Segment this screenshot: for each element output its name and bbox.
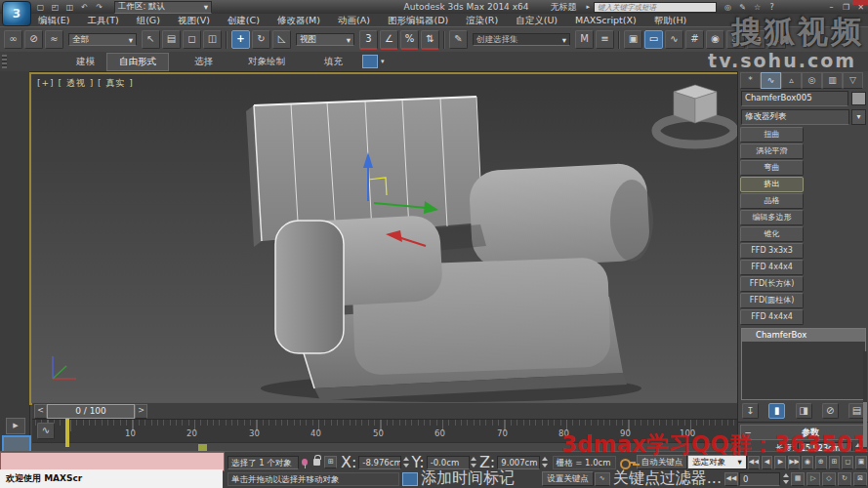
maximize-viewport-icon[interactable]: ⊠ (853, 472, 867, 486)
modifier-list-caret[interactable]: ▾ (851, 109, 866, 125)
z-spinner[interactable] (541, 456, 548, 468)
edit-named-sets-icon[interactable]: ✎ (449, 30, 468, 49)
search-input[interactable]: 键入关键字或短语 (594, 2, 717, 13)
stack-item-chamferbox[interactable]: ChamferBox (742, 329, 865, 342)
menu-tools[interactable]: 工具(T) (78, 14, 127, 26)
menu-customize[interactable]: 自定义(U) (507, 14, 566, 26)
curve-editor-icon[interactable]: ∿ (665, 30, 683, 49)
remove-modifier-icon[interactable]: ⊘ (822, 403, 839, 419)
undo-icon[interactable]: ↶ (78, 2, 91, 13)
mod-turbosmooth-button[interactable]: 涡轮平滑 (740, 143, 804, 159)
tab-create-icon[interactable]: * (740, 72, 761, 89)
rectangular-region-icon[interactable]: ◻ (183, 30, 201, 49)
tab-object-paint[interactable]: 对象绘制 (236, 54, 297, 70)
current-frame-field[interactable]: 0 (739, 472, 780, 486)
selection-filter-dropdown[interactable]: 全部 ▾ (68, 33, 137, 46)
pan-view-icon[interactable]: ◇ (822, 472, 836, 486)
minimize-button[interactable]: – (825, 2, 838, 13)
mod-editpoly-button[interactable]: 编辑多边形 (740, 210, 804, 225)
isolate-selection-icon[interactable]: ▦ (791, 472, 805, 486)
time-slider-handle[interactable]: 0 / 100 (47, 404, 135, 419)
mod-ffd444-button[interactable]: FFD 4x4x4 (740, 260, 804, 275)
max-logo-button[interactable]: 3 (2, 1, 31, 26)
menu-help[interactable]: 帮助(H) (645, 14, 696, 26)
viewcube[interactable] (656, 85, 734, 144)
mod-bend-button[interactable]: 弯曲 (740, 160, 804, 176)
tab-hierarchy-icon[interactable]: ▵ (781, 72, 802, 89)
key-filters-button[interactable]: 关键点过滤器... (613, 468, 722, 488)
workspace-dropdown[interactable]: 工作区: 默认 ▾ (114, 1, 212, 14)
menu-create[interactable]: 创建(C) (219, 14, 269, 26)
arrow-right-icon[interactable]: ▸ (586, 3, 590, 11)
pin-stack-icon[interactable]: ↧ (742, 403, 759, 419)
menu-modifiers[interactable]: 修改器(M) (269, 14, 329, 26)
select-scale-icon[interactable]: ◺ (272, 30, 291, 49)
select-by-name-icon[interactable]: ▤ (162, 30, 181, 49)
named-selection-sets-dropdown[interactable]: 创建选择集 ▾ (473, 33, 570, 46)
current-frame-marker[interactable] (65, 419, 69, 447)
maximize-button[interactable]: ❐ (840, 2, 852, 13)
snap-toggle-icon[interactable]: 3 (359, 30, 378, 50)
menu-maxscript[interactable]: MAXScript(X) (566, 14, 645, 26)
help-icon[interactable]: ? (765, 2, 778, 13)
ribbon-grip[interactable] (2, 55, 7, 68)
orbit-icon[interactable]: ↻ (838, 472, 851, 486)
graphite-ribbon-icon[interactable]: ▭ (644, 30, 663, 49)
angle-snap-icon[interactable]: ∠ (380, 30, 398, 50)
select-move-icon[interactable]: + (231, 30, 250, 49)
menu-edit[interactable]: 编辑(E) (29, 14, 78, 26)
spinner-snap-icon[interactable]: ⇅ (421, 30, 439, 50)
favorites-icon[interactable]: ☆ (751, 2, 764, 13)
select-object-icon[interactable]: ↖ (142, 30, 160, 49)
add-time-tag-label[interactable]: 添加时间标记 (421, 468, 515, 488)
menu-graph-editors[interactable]: 图形编辑器(D) (379, 14, 457, 26)
y-spinner[interactable] (471, 456, 477, 468)
new-scene-icon[interactable]: ▢ (34, 2, 47, 13)
prev-frame-button[interactable]: < (34, 404, 47, 419)
redo-icon[interactable]: ↷ (93, 2, 105, 13)
mod-taper-button[interactable]: 锥化 (740, 226, 804, 242)
tab-display-icon[interactable]: ▥ (822, 72, 843, 89)
set-key-button[interactable]: 设置关键点 (542, 471, 594, 486)
align-icon[interactable]: ≡ (596, 30, 614, 49)
bind-spacewarp-icon[interactable]: ≈ (45, 30, 63, 49)
add-time-tag-icon[interactable] (402, 472, 418, 486)
go-to-frame-icon[interactable]: ◀◀ (724, 472, 738, 486)
mod-extrude-button[interactable]: 挤出 (740, 177, 804, 192)
mod-twist-button[interactable]: 扭曲 (740, 127, 804, 142)
z-coordinate-field[interactable]: 9.007cm (497, 456, 540, 469)
percent-snap-icon[interactable]: % (400, 30, 419, 50)
communication-icon[interactable]: ✎ (736, 2, 749, 13)
maxscript-listener-macro-row[interactable] (0, 452, 225, 471)
tab-utilities-icon[interactable]: ▽ (843, 72, 863, 89)
window-crossing-icon[interactable]: ◫ (203, 30, 222, 49)
mini-curve-editor-icon[interactable]: ∿ (37, 423, 55, 439)
menu-group[interactable]: 组(G) (128, 14, 169, 26)
set-keys-icon[interactable]: ∿ (595, 472, 610, 486)
mod-ffdcyl-button[interactable]: FFD(圆柱体) (740, 293, 804, 308)
tab-modify-icon[interactable]: ∿ (761, 72, 781, 89)
tab-populate[interactable]: 填充 (312, 54, 354, 70)
select-link-icon[interactable]: ∞ (4, 30, 22, 49)
selection-lock-icon[interactable] (313, 459, 320, 466)
open-file-icon[interactable]: ◰ (49, 2, 62, 13)
reference-coordinate-dropdown[interactable]: 视图 ▾ (296, 33, 354, 46)
x-spinner[interactable] (402, 456, 409, 468)
object-name-field[interactable]: ChamferBox005 (741, 91, 848, 106)
open-mini-curve-editor-button[interactable]: ▶ (6, 418, 25, 434)
field-of-view-icon[interactable]: ▷ (806, 472, 820, 486)
show-end-result-icon[interactable]: ▮ (768, 403, 785, 419)
maxscript-listener-row[interactable]: 欢迎使用 MAXScr (0, 469, 223, 488)
mod-ffdbox-button[interactable]: FFD(长方体) (740, 276, 804, 292)
select-rotate-icon[interactable]: ↻ (252, 30, 270, 49)
tab-freeform[interactable]: 自由形式 (106, 53, 169, 71)
menu-animation[interactable]: 动画(A) (329, 14, 379, 26)
menu-rendering[interactable]: 渲染(R) (457, 14, 507, 26)
mod-ffd333-button[interactable]: FFD 3x3x3 (740, 243, 804, 259)
schematic-view-icon[interactable]: # (685, 30, 704, 49)
notification-pin-icon[interactable] (302, 459, 308, 466)
tab-modeling[interactable]: 建模 (64, 54, 106, 70)
tab-selection[interactable]: 选择 (183, 54, 225, 70)
frame-spinner[interactable] (781, 472, 790, 485)
search-icon[interactable]: ◎ (722, 2, 734, 13)
